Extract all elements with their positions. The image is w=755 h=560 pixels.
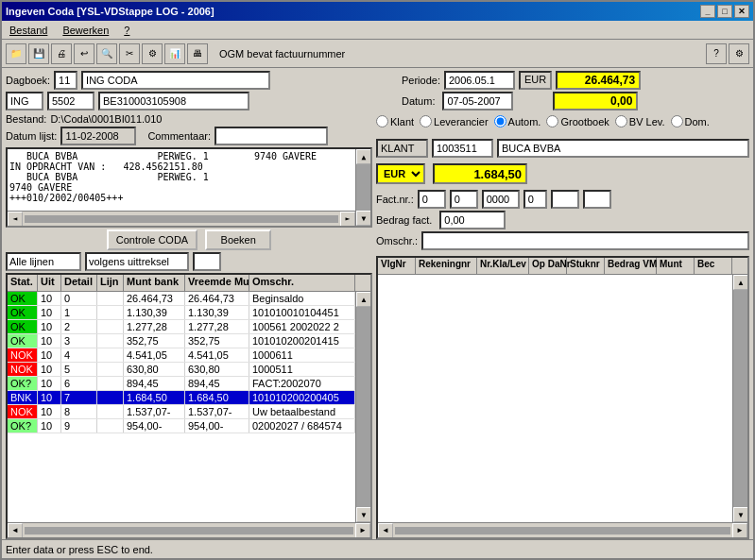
table-row[interactable]: OK10026.464,7326.464,73Beginsaldo	[8, 292, 355, 306]
toolbar-btn-5[interactable]: 🔍	[96, 43, 117, 64]
klant-name-input[interactable]	[497, 139, 749, 158]
right-table: VlgNr Rekeningnr Nr.Kla/Lev Op DaNr Stuk…	[376, 256, 749, 539]
radio-autom[interactable]: Autom.	[494, 115, 541, 127]
datum-input[interactable]	[442, 92, 513, 110]
alle-lijnen-select[interactable]: Alle lijnen	[6, 252, 81, 271]
fact-input-6[interactable]	[583, 190, 611, 209]
cell-status: OK	[8, 306, 38, 319]
bank-code-input[interactable]	[6, 92, 43, 110]
radio-leverancier[interactable]: Leverancier	[420, 115, 488, 127]
toolbar-btn-3[interactable]: 🖨	[51, 43, 72, 64]
toolbar-btn-7[interactable]: ⚙	[142, 43, 163, 64]
table-row[interactable]: OK?109954,00-954,00-02002027 / 684574	[8, 419, 355, 433]
right-hscroll-right[interactable]: ►	[732, 523, 747, 538]
menu-bestand[interactable]: Bestand	[6, 23, 51, 38]
minimize-button[interactable]: _	[700, 5, 715, 18]
rth-vlgnr: VlgNr	[378, 258, 416, 274]
bank-num-input[interactable]	[47, 92, 94, 110]
radio-klant-input[interactable]	[376, 115, 388, 127]
cell-status: OK	[8, 320, 38, 333]
toolbar-btn-6[interactable]: ✂	[119, 43, 140, 64]
extra-select[interactable]	[193, 252, 221, 271]
bedrag-input[interactable]	[439, 211, 506, 229]
radio-bvlev-input[interactable]	[615, 115, 627, 127]
table-row[interactable]: OK103352,75352,75101010200201415	[8, 334, 355, 348]
fact-input-1[interactable]	[418, 190, 446, 209]
toolbar-btn-9[interactable]: 🖶	[187, 43, 208, 64]
dagboek-name-input[interactable]	[81, 71, 270, 90]
cell-status: OK?	[8, 377, 38, 390]
periode-input[interactable]	[444, 71, 515, 90]
table-scroll-down[interactable]: ▼	[356, 507, 370, 522]
hscroll-right-btn[interactable]: ►	[340, 212, 355, 227]
th-munt: Munt bank	[124, 275, 185, 291]
toolbar-btn-8[interactable]: 📊	[164, 43, 185, 64]
dagboek-input[interactable]	[54, 71, 77, 90]
table-cell	[97, 320, 124, 333]
table-row[interactable]: OK?106894,45894,45FACT:2002070	[8, 377, 355, 391]
toolbar-btn-1[interactable]: 📁	[6, 43, 26, 64]
radio-dom-label: Dom.	[685, 116, 710, 127]
controle-coda-button[interactable]: Controle CODA	[107, 229, 197, 250]
radio-autom-input[interactable]	[494, 115, 506, 127]
klant-type-input[interactable]	[376, 139, 428, 158]
commentaar-input[interactable]	[214, 127, 328, 145]
bestand-path: D:\Coda\0001BI011.010	[50, 113, 162, 125]
right-scroll-down[interactable]: ▼	[733, 507, 747, 522]
radio-grootboek[interactable]: Grootboek	[546, 115, 609, 127]
toolbar-btn-2[interactable]: 💾	[28, 43, 49, 64]
main-table: Stat. Uit Detail Lijn Munt bank Vreemde …	[6, 273, 372, 539]
table-row[interactable]: NOK105630,80630,801000511	[8, 363, 355, 377]
help-button[interactable]: ?	[706, 43, 727, 64]
klant-row	[376, 139, 749, 158]
radio-dom[interactable]: Dom.	[671, 115, 710, 127]
table-cell	[97, 306, 124, 319]
close-button[interactable]: ✕	[734, 5, 749, 18]
currency-select[interactable]: EUR	[376, 163, 425, 184]
hscroll-left-btn[interactable]: ◄	[8, 212, 23, 227]
omschr-label: Omschr.:	[376, 235, 418, 246]
table-cell: 10	[38, 348, 61, 362]
table-cell: 9	[61, 419, 97, 433]
table-scroll-up[interactable]: ▲	[356, 292, 370, 307]
radio-leverancier-input[interactable]	[420, 115, 432, 127]
toolbar-btn-4[interactable]: ↩	[74, 43, 94, 64]
uittreksel-select[interactable]: volgens uittreksel	[85, 252, 189, 271]
table-cell: 10	[38, 292, 61, 305]
radio-klant[interactable]: Klant	[376, 115, 414, 127]
radio-dom-input[interactable]	[671, 115, 683, 127]
table-hscroll-right[interactable]: ►	[355, 523, 370, 538]
table-row[interactable]: BNK1071.684,501.684,50101010200200405	[8, 391, 355, 405]
spacer	[376, 129, 749, 137]
scroll-up-btn[interactable]: ▲	[356, 149, 371, 164]
th-vreemd: Vreemde Munt	[185, 275, 249, 291]
boeken-button[interactable]: Boeken	[205, 229, 271, 250]
table-cell: 1.537,07-	[124, 405, 185, 418]
menu-bewerken[interactable]: Bewerken	[59, 23, 112, 38]
radio-bvlev[interactable]: BV Lev.	[615, 115, 665, 127]
fact-input-5[interactable]	[551, 190, 579, 209]
scroll-down-btn[interactable]: ▼	[356, 211, 371, 226]
text-hscroll: ◄ ►	[8, 211, 355, 226]
table-row[interactable]: OK1021.277,281.277,28100561 2002022 2	[8, 320, 355, 334]
datum-label: Datum:	[402, 95, 435, 107]
fact-input-3[interactable]	[482, 190, 520, 209]
fact-row: Fact.nr.:	[376, 190, 749, 209]
fact-input-2[interactable]	[450, 190, 478, 209]
toolbar-label: OGM bevat factuurnummer	[219, 48, 345, 59]
bank-iban-input[interactable]	[98, 92, 249, 110]
table-row[interactable]: NOK1081.537,07-1.537,07-Uw betaalbestand	[8, 405, 355, 419]
table-hscroll-left[interactable]: ◄	[8, 523, 23, 538]
right-hscroll-left[interactable]: ◄	[378, 523, 393, 538]
maximize-button[interactable]: □	[717, 5, 732, 18]
radio-grootboek-input[interactable]	[546, 115, 558, 127]
datum-lijst-input[interactable]	[60, 127, 136, 145]
table-row[interactable]: OK1011.130,391.130,39101010010104451	[8, 306, 355, 320]
omschr-input[interactable]	[421, 231, 749, 250]
table-row[interactable]: NOK1044.541,054.541,051000611	[8, 348, 355, 363]
settings-button[interactable]: ⚙	[729, 43, 749, 64]
right-scroll-up[interactable]: ▲	[733, 275, 747, 290]
fact-input-4[interactable]	[523, 190, 547, 209]
menu-help[interactable]: ?	[120, 23, 133, 38]
klant-num-input[interactable]	[432, 139, 493, 158]
